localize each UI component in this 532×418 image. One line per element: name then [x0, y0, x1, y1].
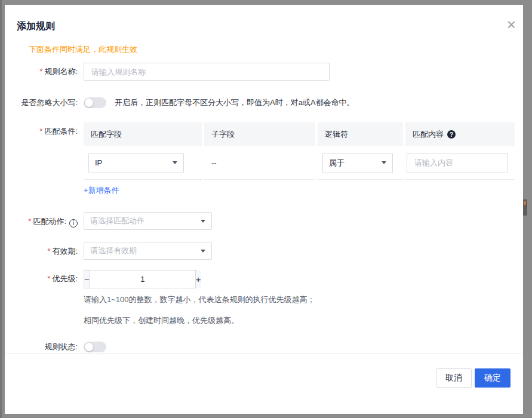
page-scrollbar-thumb[interactable]	[523, 199, 527, 216]
ignore-case-label: 是否忽略大小写:	[5, 98, 78, 107]
priority-value-input[interactable]	[90, 271, 195, 288]
confirm-button[interactable]: 确定	[475, 368, 511, 388]
ignore-case-hint: 开启后，正则匹配字母不区分大小写，即值为A时，对a或A都会命中。	[115, 98, 355, 107]
conditions-table-header: 匹配字段 子字段 逻辑符 匹配内容 ?	[84, 122, 515, 146]
rule-name-input[interactable]	[84, 63, 330, 81]
priority-label: *优先级:	[5, 274, 78, 284]
rule-effect-notice: 下面条件同时满足，此规则生效	[29, 45, 137, 54]
scrollbar-marker	[524, 201, 526, 205]
priority-help-line-1: 请输入1~100的整数，数字越小，代表这条规则的执行优先级越高；	[84, 295, 315, 305]
rule-status-toggle[interactable]	[84, 342, 106, 352]
match-content-input[interactable]	[407, 153, 508, 173]
priority-stepper: − +	[84, 270, 197, 288]
close-icon[interactable]: ×	[507, 17, 516, 32]
match-field-cell: IP	[84, 146, 202, 180]
ignore-case-toggle[interactable]	[84, 97, 106, 108]
col-header-match-field: 匹配字段	[84, 122, 202, 146]
validity-select[interactable]: 请选择有效期	[84, 242, 212, 260]
conditions-table: 匹配字段 子字段 逻辑符 匹配内容 ? IP -- 属于	[84, 122, 515, 180]
footer-divider	[5, 353, 523, 354]
increase-button[interactable]: +	[195, 271, 201, 288]
required-asterisk: *	[47, 274, 50, 283]
col-header-operator: 逻辑符	[318, 122, 403, 146]
operator-cell: 属于	[318, 146, 403, 180]
chevron-down-icon	[382, 161, 386, 164]
cancel-button[interactable]: 取消	[436, 368, 472, 388]
sub-field-value: --	[204, 146, 315, 180]
toggle-knob	[85, 99, 93, 107]
operator-select[interactable]: 属于	[322, 153, 393, 173]
match-content-cell	[405, 146, 515, 180]
info-icon[interactable]: i	[69, 219, 78, 228]
chevron-down-icon	[173, 161, 177, 164]
priority-help-line-2: 相同优先级下，创建时间越晚，优先级越高。	[84, 316, 239, 325]
match-action-label: *匹配动作:i	[5, 217, 78, 228]
required-asterisk: *	[39, 127, 42, 136]
chevron-down-icon	[201, 220, 205, 223]
add-rule-dialog: 添加规则 × 下面条件同时满足，此规则生效 *规则名称: 是否忽略大小写: 开启…	[5, 5, 523, 414]
toggle-knob	[85, 343, 93, 351]
rule-name-label: *规则名称:	[5, 67, 78, 76]
condition-row: IP -- 属于	[84, 146, 515, 180]
col-header-sub-field: 子字段	[204, 122, 315, 146]
required-asterisk: *	[28, 217, 31, 226]
add-condition-link[interactable]: +新增条件	[84, 186, 119, 195]
window-left-border	[0, 0, 2, 418]
match-conditions-label: *匹配条件:	[5, 127, 78, 136]
required-asterisk: *	[39, 67, 42, 76]
dialog-title: 添加规则	[17, 20, 55, 32]
help-icon[interactable]: ?	[447, 130, 456, 139]
col-header-match-content: 匹配内容 ?	[405, 122, 515, 146]
match-action-select[interactable]: 请选择匹配动作	[84, 212, 212, 230]
required-asterisk: *	[47, 247, 50, 256]
validity-label: *有效期:	[5, 247, 78, 256]
chevron-down-icon	[201, 250, 205, 253]
match-field-select[interactable]: IP	[88, 153, 184, 173]
decrease-button[interactable]: −	[84, 271, 90, 288]
rule-status-label: 规则状态:	[5, 342, 78, 352]
